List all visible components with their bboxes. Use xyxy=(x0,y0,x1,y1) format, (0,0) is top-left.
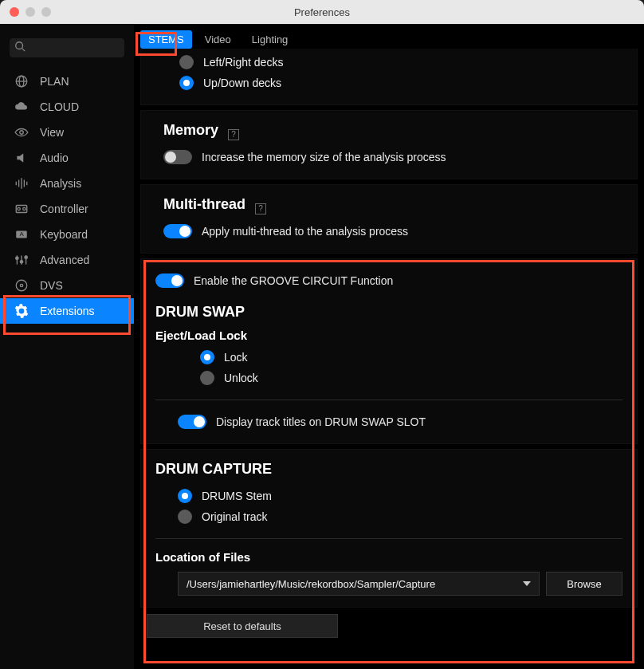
radio-unlock[interactable] xyxy=(200,371,214,385)
content-area: Left/Right decks Up/Down decks Memory ? xyxy=(134,49,644,667)
svg-point-19 xyxy=(16,257,18,259)
chevron-down-icon xyxy=(523,581,531,586)
radio-up-down-decks[interactable] xyxy=(179,76,194,90)
sidebar-item-label: View xyxy=(40,126,64,139)
sidebar-item-controller[interactable]: Controller xyxy=(0,196,134,222)
speaker-icon xyxy=(14,151,29,165)
help-icon[interactable]: ? xyxy=(228,129,239,140)
toggle-label: Apply multi-thread to the analysis proce… xyxy=(202,225,408,238)
location-of-files-title: Location of Files xyxy=(155,550,622,564)
memory-section-title: Memory xyxy=(163,122,218,139)
sidebar-item-analysis[interactable]: Analysis xyxy=(0,171,134,196)
radio-label: Left/Right decks xyxy=(203,56,283,69)
drum-swap-title: DRUM SWAP xyxy=(155,304,622,321)
sidebar-item-cloud[interactable]: CLOUD xyxy=(0,94,134,120)
sidebar-item-label: Analysis xyxy=(40,177,81,190)
globe-icon xyxy=(14,74,29,89)
sliders-icon xyxy=(14,253,29,267)
sidebar-item-audio[interactable]: Audio xyxy=(0,145,134,171)
svg-point-5 xyxy=(20,131,24,135)
search-icon xyxy=(14,41,26,55)
tab-lighting[interactable]: Lighting xyxy=(244,30,296,49)
waveform-icon xyxy=(14,176,29,191)
sidebar-item-label: Audio xyxy=(40,152,69,164)
radio-label: Unlock xyxy=(224,372,258,384)
svg-line-1 xyxy=(22,49,26,52)
sidebar-item-plan[interactable]: PLAN xyxy=(0,69,134,94)
sidebar-item-keyboard[interactable]: A Keyboard xyxy=(0,222,134,247)
close-window-button[interactable] xyxy=(10,7,19,17)
tab-stems[interactable]: STEMS xyxy=(140,30,192,49)
search-field[interactable] xyxy=(10,38,124,57)
gear-icon xyxy=(14,304,29,318)
radio-original-track[interactable] xyxy=(178,510,192,524)
toggle-display-track-titles[interactable] xyxy=(178,415,206,429)
minimize-window-button[interactable] xyxy=(26,7,35,17)
svg-point-21 xyxy=(25,256,27,258)
browse-button[interactable]: Browse xyxy=(546,572,622,596)
toggle-multithread[interactable] xyxy=(163,224,192,238)
eject-load-lock-title: Eject/Load Lock xyxy=(155,329,622,342)
sidebar-item-label: Keyboard xyxy=(40,228,88,241)
divider xyxy=(155,538,622,539)
window-controls xyxy=(10,7,51,17)
radio-label: DRUMS Stem xyxy=(202,490,272,502)
drum-capture-title: DRUM CAPTURE xyxy=(155,461,622,478)
svg-point-20 xyxy=(20,261,22,263)
tab-video[interactable]: Video xyxy=(197,30,239,49)
sidebar-item-label: PLAN xyxy=(40,75,69,88)
file-location-select[interactable]: /Users/jamiehartley/Music/rekordbox/Samp… xyxy=(178,572,540,596)
radio-label: Up/Down decks xyxy=(203,77,281,89)
sidebar-item-dvs[interactable]: DVS xyxy=(0,273,134,298)
preferences-window: Preferences PLAN CLOUD View xyxy=(0,0,644,669)
keyboard-icon: A xyxy=(14,227,29,242)
radio-label: Lock xyxy=(224,351,248,364)
sidebar-item-view[interactable]: View xyxy=(0,120,134,145)
eye-icon xyxy=(14,125,29,140)
help-icon[interactable]: ? xyxy=(255,203,266,214)
sidebar-item-label: DVS xyxy=(40,279,63,292)
tab-bar: STEMS Video Lighting xyxy=(134,24,644,49)
radio-left-right-decks[interactable] xyxy=(179,55,194,69)
toggle-memory-size[interactable] xyxy=(163,150,192,164)
sidebar-item-label: CLOUD xyxy=(40,100,79,113)
svg-point-13 xyxy=(23,207,26,210)
main-panel: STEMS Video Lighting Left/Right decks Up… xyxy=(134,24,644,669)
radio-drums-stem[interactable] xyxy=(178,489,192,503)
sidebar-item-advanced[interactable]: Advanced xyxy=(0,247,134,273)
toggle-label: Display track titles on DRUM SWAP SLOT xyxy=(216,415,426,428)
radio-label: Original track xyxy=(202,510,267,523)
zoom-window-button[interactable] xyxy=(41,7,51,17)
svg-point-22 xyxy=(16,280,27,291)
multithread-section-title: Multi-thread xyxy=(163,196,245,213)
window-body: PLAN CLOUD View Audio Analysis Controlle… xyxy=(0,24,644,669)
controller-icon xyxy=(14,202,29,216)
divider xyxy=(155,399,622,400)
titlebar: Preferences xyxy=(0,0,644,24)
toggle-label: Enable the GROOVE CIRCUIT Function xyxy=(194,274,393,287)
sidebar-item-extensions[interactable]: Extensions xyxy=(0,298,134,324)
svg-text:A: A xyxy=(19,230,24,238)
svg-point-12 xyxy=(18,207,20,210)
sidebar: PLAN CLOUD View Audio Analysis Controlle… xyxy=(0,24,134,669)
sidebar-item-label: Advanced xyxy=(40,254,89,266)
window-title: Preferences xyxy=(0,6,644,18)
search-input[interactable] xyxy=(30,42,120,53)
sidebar-item-label: Extensions xyxy=(40,305,94,317)
sidebar-item-label: Controller xyxy=(40,203,88,215)
toggle-groove-circuit[interactable] xyxy=(155,274,184,288)
toggle-label: Increase the memory size of the analysis… xyxy=(202,151,446,163)
cloud-icon xyxy=(14,100,29,114)
svg-point-0 xyxy=(16,42,23,49)
svg-point-23 xyxy=(20,284,22,286)
file-location-path: /Users/jamiehartley/Music/rekordbox/Samp… xyxy=(187,578,435,590)
reset-to-defaults-button[interactable]: Reset to defaults xyxy=(147,614,338,638)
disc-icon xyxy=(14,278,29,293)
radio-lock[interactable] xyxy=(200,350,214,364)
